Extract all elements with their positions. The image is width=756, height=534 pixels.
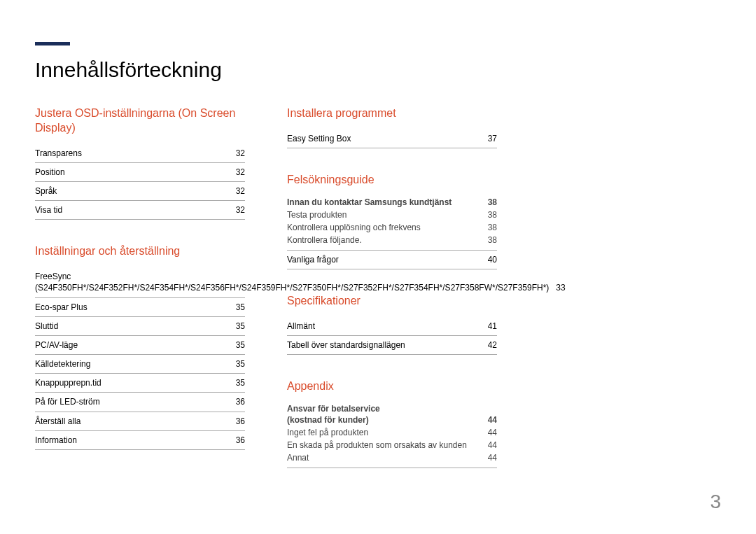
section-appendix: Appendix Ansvar för betalservice (kostna… <box>287 379 497 468</box>
toc-page: 44 <box>488 414 497 426</box>
toc-label: Inget fel på produkten <box>287 427 488 438</box>
toc-page: 40 <box>488 254 497 265</box>
toc-page: 44 <box>488 427 497 438</box>
toc-label: Språk <box>35 185 236 197</box>
toc-label: Easy Setting Box <box>287 133 488 144</box>
toc-row: Knappupprepn.tid 35 <box>35 374 245 393</box>
toc-page: 42 <box>488 339 497 351</box>
toc-page: 44 <box>488 452 497 463</box>
toc-label: Sluttid <box>35 321 236 332</box>
toc-row: Kontrollera följande. 38 <box>287 234 497 246</box>
toc-page: 32 <box>236 148 245 159</box>
section-heading: Justera OSD-inställningarna (On Screen D… <box>35 106 245 136</box>
toc-label: Återställ alla <box>35 416 236 427</box>
toc-row: Testa produkten 38 <box>287 209 497 221</box>
toc-page: 35 <box>236 358 245 370</box>
toc-label: En skada på produkten som orsakats av ku… <box>287 440 488 451</box>
toc-page: 32 <box>236 167 245 178</box>
section-osd: Justera OSD-inställningarna (On Screen D… <box>35 106 245 220</box>
toc-page: 41 <box>488 321 497 332</box>
toc-label: Innan du kontaktar Samsungs kundtjänst <box>287 197 488 208</box>
toc-row: Inget fel på produkten 44 <box>287 426 497 439</box>
toc-subgroup: Ansvar för betalservice (kostnad för kun… <box>287 402 497 468</box>
toc-row: Ansvar för betalservice <box>287 402 497 414</box>
section-troubleshoot: Felsökningsguide Innan du kontaktar Sams… <box>287 173 497 269</box>
toc-page: 37 <box>488 133 497 144</box>
toc-page: 36 <box>236 396 245 407</box>
toc-label: Kontrollera upplösning och frekvens <box>287 222 488 233</box>
toc-row: Kontrollera upplösning och frekvens 38 <box>287 221 497 234</box>
toc-label: Visa tid <box>35 204 236 216</box>
toc-page: 36 <box>236 416 245 427</box>
section-specs: Specifikationer Allmänt 41 Tabell över s… <box>287 294 497 355</box>
toc-label: Tabell över standardsignallägen <box>287 339 488 351</box>
toc-page: 32 <box>236 185 245 197</box>
toc-label: Ansvar för betalservice <box>287 403 497 414</box>
toc-label: PC/AV-läge <box>35 339 236 351</box>
toc-columns: Justera OSD-inställningarna (On Screen D… <box>35 106 721 493</box>
toc-page: 36 <box>236 435 245 446</box>
page-title: Innehållsförteckning <box>35 58 721 82</box>
toc-row: Position 32 <box>35 163 245 182</box>
toc-label: Testa produkten <box>287 209 488 220</box>
toc-row: Språk 32 <box>35 182 245 201</box>
toc-row: Tabell över standardsignallägen 42 <box>287 336 497 355</box>
toc-row: Visa tid 32 <box>35 201 245 220</box>
toc-page: 33 <box>556 282 565 293</box>
toc-page: 38 <box>488 222 497 233</box>
toc-row: Sluttid 35 <box>35 317 245 336</box>
section-heading: Inställningar och återställning <box>35 244 245 259</box>
toc-page: 38 <box>488 234 497 246</box>
toc-row: Easy Setting Box 37 <box>287 129 497 148</box>
toc-label: Transparens <box>35 148 236 159</box>
toc-row: Källdetektering 35 <box>35 355 245 374</box>
toc-label: På för LED-ström <box>35 396 236 407</box>
toc-label: Annat <box>287 452 488 463</box>
toc-label: Kontrollera följande. <box>287 234 488 246</box>
toc-page: 35 <box>236 302 245 313</box>
toc-row: Annat 44 <box>287 451 497 464</box>
section-heading: Specifikationer <box>287 294 497 309</box>
toc-row: Transparens 32 <box>35 144 245 163</box>
toc-label: Information <box>35 435 236 446</box>
toc-row: På för LED-ström 36 <box>35 393 245 412</box>
toc-label: Knappupprepn.tid <box>35 377 236 388</box>
toc-subgroup: Innan du kontaktar Samsungs kundtjänst 3… <box>287 196 497 251</box>
toc-row: En skada på produkten som orsakats av ku… <box>287 439 497 451</box>
toc-page: 44 <box>488 440 497 451</box>
toc-row: Information 36 <box>35 431 245 450</box>
toc-row: Eco-spar Plus 35 <box>35 298 245 317</box>
toc-row: Återställ alla 36 <box>35 412 245 431</box>
toc-label: (kostnad för kunder) <box>287 414 488 426</box>
toc-page: 38 <box>488 197 497 208</box>
toc-page: 38 <box>488 209 497 220</box>
section-heading: Installera programmet <box>287 106 497 121</box>
toc-page: 35 <box>236 377 245 388</box>
section-heading: Felsökningsguide <box>287 173 497 188</box>
toc-label: Allmänt <box>287 321 488 332</box>
toc-page: 32 <box>236 204 245 216</box>
toc-label: Eco-spar Plus <box>35 302 236 313</box>
toc-label: Källdetektering <box>35 358 236 370</box>
toc-row: PC/AV-läge 35 <box>35 336 245 355</box>
section-install: Installera programmet Easy Setting Box 3… <box>287 106 497 148</box>
toc-row: (kostnad för kunder) 44 <box>287 414 497 426</box>
toc-row: FreeSync (S24F350FH*/S24F352FH*/S24F354F… <box>35 267 245 297</box>
section-heading: Appendix <box>287 379 497 394</box>
accent-bar <box>35 42 70 45</box>
column-2: Installera programmet Easy Setting Box 3… <box>287 106 497 493</box>
page-number: 3 <box>710 491 721 513</box>
section-settings: Inställningar och återställning FreeSync… <box>35 244 245 450</box>
toc-row: Allmänt 41 <box>287 317 497 336</box>
column-1: Justera OSD-inställningarna (On Screen D… <box>35 106 245 493</box>
toc-row: Vanliga frågor 40 <box>287 251 497 269</box>
toc-label: Position <box>35 167 236 178</box>
toc-row: Innan du kontaktar Samsungs kundtjänst 3… <box>287 196 497 209</box>
toc-label: Vanliga frågor <box>287 254 488 265</box>
toc-page: 35 <box>236 339 245 351</box>
toc-page: 35 <box>236 321 245 332</box>
